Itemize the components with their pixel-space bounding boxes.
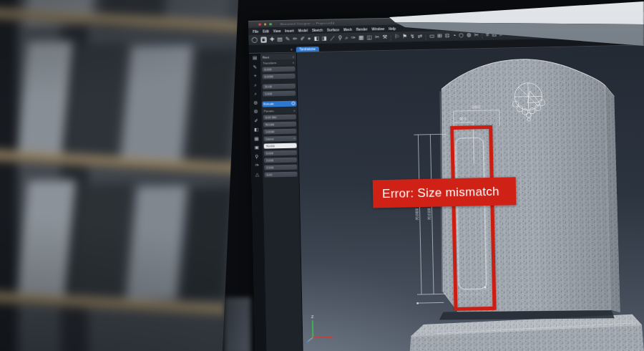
viewport-canvas[interactable]: 140.0 90.0 70.0000 70.0100 <box>297 45 644 351</box>
close-window-dot[interactable] <box>258 23 261 26</box>
tool-strip-icon[interactable]: ✐ <box>254 118 258 123</box>
cad-application-window: Monument Designer — Project.m3d FileEdit… <box>248 12 644 351</box>
tool-strip-icon[interactable]: ✑ <box>255 163 259 168</box>
toolbar-icon[interactable]: ⊞ <box>437 34 441 39</box>
menu-item-render[interactable]: Render <box>356 27 368 31</box>
tool-strip-icon[interactable]: ▤ <box>253 56 257 61</box>
panel-section[interactable]: Transform▸ <box>260 59 296 66</box>
panel-field[interactable]: 1.000 <box>263 90 296 96</box>
zoom-window-dot[interactable] <box>269 23 272 26</box>
toolbar-icon[interactable]: ⊡ <box>445 33 449 39</box>
toolbar-separator: ¦ <box>390 34 391 39</box>
chevron-icon: ▸ <box>294 108 296 112</box>
panel-field[interactable]: 0.00 <box>264 171 297 177</box>
bezel-reflection <box>224 297 251 351</box>
panel-field[interactable]: 0.00 500 <box>263 114 296 120</box>
panel-selected-label: Extrude <box>263 102 274 105</box>
toolbar-icon[interactable]: ✚ <box>270 37 274 42</box>
menu-item-window[interactable]: Window <box>372 27 385 31</box>
toolbar-icon[interactable]: ✏ <box>293 37 297 42</box>
toolbar-separator: ¦ <box>482 33 483 38</box>
panel-section[interactable]: Params▸ <box>262 107 298 114</box>
toolbar-icon[interactable]: ✐ <box>301 37 305 42</box>
chevron-icon: ▸ <box>293 60 294 64</box>
tool-strip-icon[interactable]: ▣ <box>255 145 259 150</box>
toolbar-icon[interactable]: ▤ <box>277 37 282 42</box>
toolbar-icon[interactable]: ◨ <box>322 36 327 42</box>
properties-panel: Root▸Transform▸0.0000.000020.001.000Extr… <box>260 53 303 351</box>
toolbar-icon[interactable]: ⚐ <box>394 34 399 40</box>
panel-field[interactable]: 2.000 <box>264 157 297 163</box>
menu-item-insert[interactable]: Insert <box>285 29 294 32</box>
minimize-window-dot[interactable] <box>264 23 267 26</box>
panel-section-label: Transform <box>263 61 276 64</box>
toolbar-icon[interactable]: ⚲ <box>338 36 343 42</box>
axis-gizmo: Z <box>306 314 333 343</box>
svg-text:90.0: 90.0 <box>459 117 466 121</box>
tool-strip-icon[interactable]: ⌖ <box>254 74 257 79</box>
toolbar-icon[interactable]: ✂ <box>375 34 379 40</box>
toolbar-icon[interactable]: ✎ <box>286 37 290 42</box>
menu-item-help[interactable]: Help <box>389 27 396 30</box>
panel-section-label: Params <box>264 109 275 112</box>
panel-spacer <box>261 97 297 100</box>
panel-field[interactable]: 0.0000 <box>263 73 296 79</box>
toolbar-icon[interactable]: ◧ <box>314 36 319 42</box>
toolbar-icon[interactable]: ⌖ <box>308 36 311 42</box>
menu-item-edit[interactable]: Edit <box>263 29 269 33</box>
panel-field[interactable]: 0.000 <box>264 150 297 155</box>
toolbar-icon[interactable]: ✑ <box>351 35 356 41</box>
panel-field[interactable]: 0.000 <box>262 66 295 72</box>
toolbar-icon[interactable]: ／ <box>330 36 336 42</box>
menu-item-mesh[interactable]: Mesh <box>343 27 352 31</box>
panel-field[interactable]: 1.0000 <box>263 128 296 134</box>
tool-strip-icon[interactable]: ⚙ <box>253 100 258 105</box>
tool-strip-icon[interactable]: ▦ <box>254 136 258 141</box>
toolbar-icon[interactable]: ▭ <box>429 34 434 39</box>
toolbar-icon[interactable]: ◫ <box>367 35 372 41</box>
toolbar-icon-active[interactable]: ▣ <box>260 37 267 42</box>
toolbar-icon[interactable]: ⚙ <box>467 33 472 39</box>
toggle-badge-icon <box>291 102 295 105</box>
main-area: ▤✎⌖⌕⌕⚙⚙✐◧▦▣⚲✑△ Root▸Transform▸0.0000.000… <box>249 45 644 351</box>
panel-header-label: Root <box>263 55 269 59</box>
menu-item-sketch[interactable]: Sketch <box>312 28 323 32</box>
tool-strip-icon[interactable]: ⌕ <box>254 92 257 97</box>
panel-field[interactable]: 20.00 <box>263 83 296 89</box>
toolbar-icon[interactable]: ⌕ <box>345 35 348 41</box>
menu-item-view[interactable]: View <box>273 29 280 33</box>
panel-field[interactable]: 2.500 <box>264 164 297 170</box>
toolbar-icon[interactable]: ◔ <box>452 33 456 39</box>
toolbar-icon[interactable]: ◯ <box>251 37 258 43</box>
svg-text:70.0000: 70.0000 <box>416 208 419 220</box>
tool-strip-icon[interactable]: △ <box>255 172 259 177</box>
toolbar-icon[interactable]: ⬡ <box>459 33 464 39</box>
toolbar-icon[interactable]: ↯ <box>410 34 414 39</box>
panel-dropdown[interactable]: Linear▾ <box>263 135 296 141</box>
panel-field-active[interactable]: 70.010 <box>264 143 297 148</box>
panel-field[interactable]: 90.000 <box>263 121 296 127</box>
tab-tombstone[interactable]: Tombstone <box>296 46 319 52</box>
panel-spacer <box>261 80 297 83</box>
toolbar-icon[interactable]: ▦ <box>358 35 364 41</box>
new-tab-button[interactable]: + <box>291 47 293 52</box>
tool-strip-icon[interactable]: ✎ <box>253 64 258 69</box>
toolbar-icon[interactable]: ⚑ <box>402 34 407 40</box>
menu-item-surface[interactable]: Surface <box>327 28 339 32</box>
tool-strip-icon[interactable]: ◧ <box>254 128 258 133</box>
menu-item-model[interactable]: Model <box>298 29 308 32</box>
chevron-down-icon: ▾ <box>293 136 295 140</box>
tool-strip-icon[interactable]: ⌕ <box>254 82 257 87</box>
tool-strip-icon[interactable]: ⚲ <box>255 154 259 159</box>
window-title: Monument Designer — Project.m3d <box>280 21 335 26</box>
photo-of-monitor-scene: Monument Designer — Project.m3d FileEdit… <box>0 0 644 351</box>
toolbar-icon[interactable]: ⚒ <box>382 34 387 40</box>
toolbar-icon[interactable]: ✂ <box>474 33 479 39</box>
svg-text:70.0100: 70.0100 <box>428 208 431 220</box>
axis-z-label: Z <box>311 314 314 319</box>
tool-strip-icon[interactable]: ⚙ <box>254 110 258 115</box>
toolbar-icon[interactable]: ⇄ <box>418 34 422 39</box>
menu-item-file[interactable]: File <box>253 29 258 33</box>
panel-dropdown-value: Linear <box>265 137 273 140</box>
panel-row-selected[interactable]: Extrude <box>262 100 296 107</box>
